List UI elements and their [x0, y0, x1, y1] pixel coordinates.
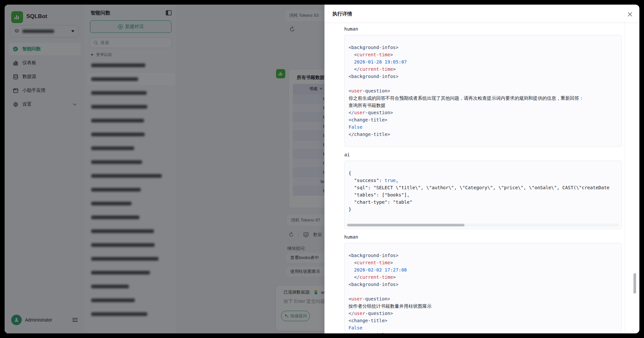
vertical-scrollbar-thumb[interactable]: [633, 273, 636, 294]
code-block-ai-1: { "success": true, "sql": "SELECT \"titl…: [344, 161, 622, 229]
horizontal-scrollbar[interactable]: [347, 223, 619, 227]
close-icon[interactable]: [627, 11, 633, 17]
drawer-title: 执行详情: [332, 11, 352, 17]
execution-details-drawer: 执行详情 human<background-infos> <current-ti…: [324, 5, 639, 333]
horizontal-scrollbar-thumb[interactable]: [347, 224, 464, 226]
drawer-messages: human<background-infos> <current-time> 2…: [344, 23, 622, 333]
message-role-label: human: [344, 26, 622, 32]
message-role-label: ai: [344, 152, 622, 158]
inner-scroll-divider: [625, 23, 625, 333]
code-block-human-2: <background-infos> <current-time> 2026-0…: [344, 243, 622, 333]
drawer-header: 执行详情: [324, 5, 639, 23]
message-role-label: human: [344, 234, 622, 240]
code-block-human-0: <background-infos> <current-time> 2026-0…: [344, 35, 622, 147]
app-window: SQLBot 智能问数仪表板数据源小助手应用设置 Administrator: [5, 5, 639, 333]
